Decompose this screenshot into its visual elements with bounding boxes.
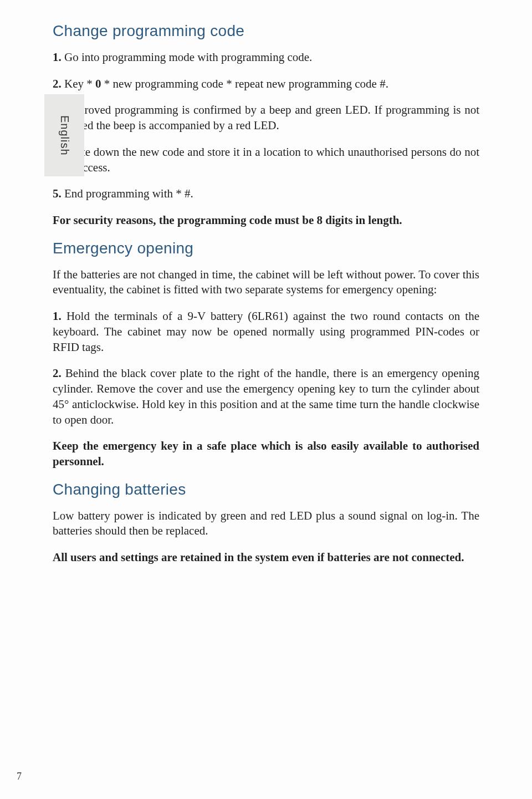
language-tab-label: English xyxy=(58,115,71,156)
step-2-text-b: * new programming code * repeat new prog… xyxy=(101,77,388,90)
step-2-number: 2. xyxy=(53,77,62,90)
step-1-number: 1. xyxy=(53,50,62,64)
step-2: 2. Key * 0 * new programming code * repe… xyxy=(53,77,479,92)
heading-emergency-opening: Emergency opening xyxy=(53,240,479,257)
step-3: 3. Approved programming is confirmed by … xyxy=(53,103,479,133)
heading-changing-batteries: Changing batteries xyxy=(53,481,479,498)
emergency-step-2: 2. Behind the black cover plate to the r… xyxy=(53,366,479,428)
step-5-text: End programming with * #. xyxy=(62,187,193,200)
step-2-text-a: Key * xyxy=(62,77,95,90)
step-4: 4. Write down the new code and store it … xyxy=(53,145,479,175)
batteries-note: All users and settings are retained in t… xyxy=(53,550,479,566)
emergency-step-1-number: 1. xyxy=(53,309,62,323)
step-3-text: Approved programming is confirmed by a b… xyxy=(53,103,479,132)
language-tab: English xyxy=(44,94,84,176)
step-1-text: Go into programming mode with programmin… xyxy=(62,50,313,64)
emergency-step-2-number: 2. xyxy=(53,367,62,380)
step-1: 1. Go into programming mode with program… xyxy=(53,50,479,65)
step-2-zero: 0 xyxy=(95,77,101,90)
heading-change-programming-code: Change programming code xyxy=(53,22,479,40)
step-5-number: 5. xyxy=(53,187,62,200)
emergency-intro: If the batteries are not changed in time… xyxy=(53,267,479,298)
step-5: 5. End programming with * #. xyxy=(53,186,479,202)
emergency-key-note: Keep the emergency key in a safe place w… xyxy=(53,439,479,469)
emergency-step-2-text: Behind the black cover plate to the righ… xyxy=(53,367,479,426)
step-4-text: Write down the new code and store it in … xyxy=(53,145,479,174)
page-number: 7 xyxy=(17,771,22,782)
emergency-step-1-text: Hold the terminals of a 9-V battery (6LR… xyxy=(53,309,479,353)
emergency-step-1: 1. Hold the terminals of a 9-V battery (… xyxy=(53,309,479,355)
security-note: For security reasons, the programming co… xyxy=(53,213,479,228)
batteries-para: Low battery power is indicated by green … xyxy=(53,508,479,539)
